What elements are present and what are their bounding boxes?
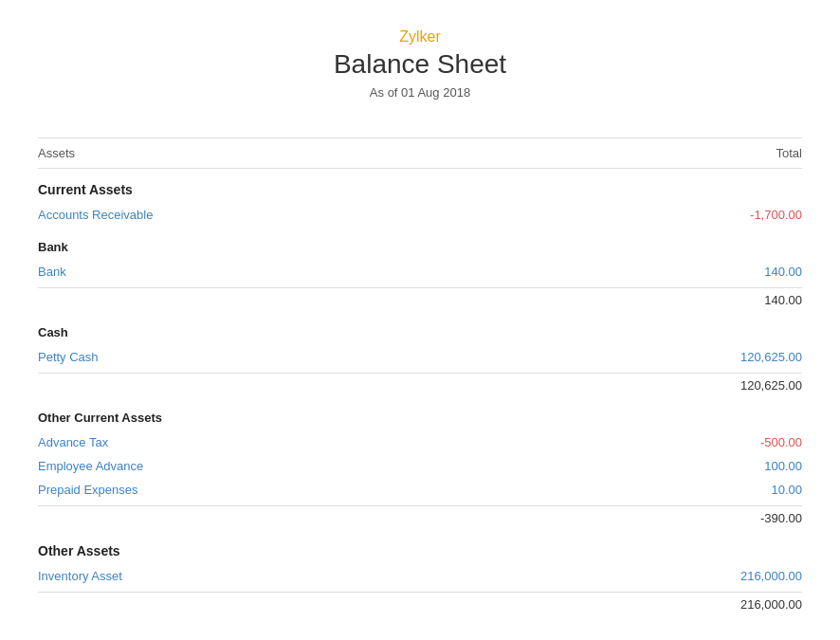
col-assets-label: Assets [38,146,75,160]
advance-tax-link[interactable]: Advance Tax [38,435,108,449]
bank-subtotal-row: 140.00 [38,287,802,312]
inventory-asset-link[interactable]: Inventory Asset [38,569,122,583]
section-other-assets: Other Assets [38,530,802,564]
report-header: Zylker Balance Sheet As of 01 Aug 2018 [38,28,802,100]
table-row: Prepaid Expenses 10.00 [38,478,802,502]
section-current-assets: Current Assets [38,169,802,203]
table-row: Accounts Receivable -1,700.00 [38,203,802,227]
bank-value: 140.00 [764,265,802,279]
table-row: Employee Advance 100.00 [38,454,802,478]
prepaid-expenses-link[interactable]: Prepaid Expenses [38,483,138,497]
sub-section-bank: Bank [38,227,802,260]
bank-link[interactable]: Bank [38,265,66,279]
employee-advance-value: 100.00 [764,459,802,473]
page: Zylker Balance Sheet As of 01 Aug 2018 A… [0,0,840,640]
company-name: Zylker [38,28,802,46]
accounts-receivable-value: -1,700.00 [750,208,802,222]
report-date: As of 01 Aug 2018 [38,85,802,100]
report-title: Balance Sheet [38,49,802,80]
other-assets-subtotal-row: 216,000.00 [38,592,802,616]
table-row: Inventory Asset 216,000.00 [38,564,802,588]
table-row: Petty Cash 120,625.00 [38,345,802,369]
other-current-assets-subtotal-value: -390.00 [760,511,802,525]
sub-section-cash: Cash [38,312,802,345]
petty-cash-link[interactable]: Petty Cash [38,350,99,364]
cash-subtotal-value: 120,625.00 [740,378,802,393]
table-header: Assets Total [38,137,802,169]
other-current-assets-subtotal-row: -390.00 [38,505,802,530]
col-total-label: Total [776,146,802,160]
inventory-asset-value: 216,000.00 [740,569,802,583]
employee-advance-link[interactable]: Employee Advance [38,459,143,473]
table-row: Bank 140.00 [38,260,802,283]
accounts-receivable-link[interactable]: Accounts Receivable [38,208,153,222]
balance-sheet-table: Assets Total Current Assets Accounts Rec… [38,137,802,616]
table-row: Advance Tax -500.00 [38,430,802,454]
other-assets-subtotal-value: 216,000.00 [740,597,802,612]
sub-section-other-current-assets: Other Current Assets [38,397,802,430]
advance-tax-value: -500.00 [760,435,802,449]
bank-subtotal-value: 140.00 [764,293,802,307]
cash-subtotal-row: 120,625.00 [38,373,802,397]
prepaid-expenses-value: 10.00 [771,483,802,497]
petty-cash-value: 120,625.00 [740,350,802,364]
